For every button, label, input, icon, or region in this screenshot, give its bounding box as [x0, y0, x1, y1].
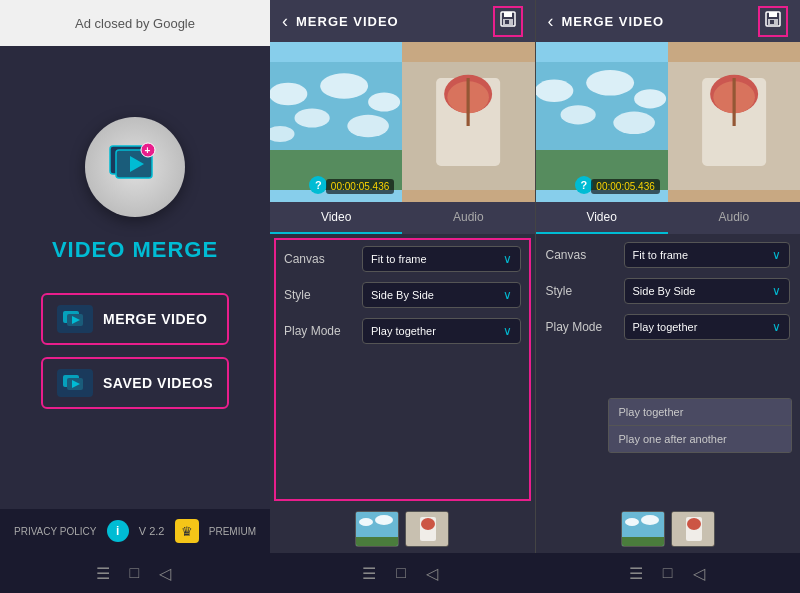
svg-point-20 — [347, 115, 389, 137]
svg-point-41 — [586, 70, 634, 96]
dropdown-item-play-sequential[interactable]: Play one after another — [609, 426, 792, 452]
settings-area-right: Canvas Fit to frame ∨ Style Side By Side… — [536, 234, 801, 505]
info-icon: i — [116, 524, 119, 538]
style-value-left: Side By Side — [371, 289, 434, 301]
info-badge[interactable]: i — [107, 520, 129, 542]
merge-video-button[interactable]: MERGE VIDEO — [41, 293, 229, 345]
video-clip-right-1: ? 00:00:05.436 — [536, 42, 668, 202]
style-select-left[interactable]: Side By Side ∨ — [362, 282, 521, 308]
help-icon-left[interactable]: ? — [309, 176, 327, 194]
video-clip-left-1: ? 00:00:05.436 — [270, 42, 402, 202]
dropdown-item-play-together[interactable]: Play together — [609, 399, 792, 426]
style-select-right[interactable]: Side By Side ∨ — [624, 278, 791, 304]
version-text: V 2.2 — [139, 525, 165, 537]
svg-point-53 — [641, 515, 659, 525]
bottom-nav: ☰ □ ◁ ☰ □ ◁ ☰ □ ◁ — [0, 553, 800, 593]
nav-square-2[interactable]: □ — [396, 564, 406, 582]
thumbnails-right — [536, 505, 801, 553]
svg-point-44 — [613, 112, 655, 134]
panel-header-left-group: ‹ MERGE VIDEO — [282, 11, 399, 32]
menu-buttons: MERGE VIDEO SAVED VIDEOS — [21, 293, 249, 409]
thumb-left-1[interactable] — [355, 511, 399, 547]
save-icon-left[interactable] — [493, 6, 523, 37]
panel-tabs-right: Video Audio — [536, 202, 801, 234]
saved-videos-icon — [57, 369, 93, 397]
premium-text: PREMIUM — [209, 526, 256, 537]
tab-video-left-label: Video — [321, 210, 351, 224]
svg-rect-14 — [505, 20, 509, 24]
nav-section-2: ☰ □ ◁ — [267, 564, 534, 583]
svg-rect-38 — [770, 20, 774, 24]
svg-point-30 — [375, 515, 393, 525]
privacy-policy-button[interactable]: PRIVACY POLICY — [14, 526, 96, 537]
nav-back-2[interactable]: ◁ — [426, 564, 438, 583]
tab-video-right[interactable]: Video — [536, 202, 668, 234]
merge-panel-left: ‹ MERGE VIDEO — [270, 0, 536, 553]
timestamp-right: 00:00:05.436 — [591, 179, 659, 194]
thumb-right-2[interactable] — [671, 511, 715, 547]
saved-videos-label: SAVED VIDEOS — [103, 375, 213, 391]
playmode-label-right: Play Mode — [546, 320, 618, 334]
style-row-right: Style Side By Side ∨ — [546, 278, 791, 304]
nav-square-3[interactable]: □ — [663, 564, 673, 582]
crown-icon: ♛ — [181, 524, 193, 539]
svg-rect-12 — [504, 12, 512, 17]
playmode-label-left: Play Mode — [284, 324, 356, 338]
nav-section-3: ☰ □ ◁ — [533, 564, 800, 583]
back-arrow-left[interactable]: ‹ — [282, 11, 288, 32]
ad-banner: Ad closed by Google — [0, 0, 270, 46]
svg-point-17 — [320, 73, 368, 99]
nav-hamburger-3[interactable]: ☰ — [629, 564, 643, 583]
right-panel: ‹ MERGE VIDEO — [270, 0, 800, 553]
playmode-select-right[interactable]: Play together ∨ — [624, 314, 791, 340]
tab-audio-right-label: Audio — [719, 210, 750, 224]
playmode-value-right: Play together — [633, 321, 698, 333]
playmode-select-left[interactable]: Play together ∨ — [362, 318, 521, 344]
merge-video-icon — [57, 305, 93, 333]
nav-hamburger-1[interactable]: ☰ — [96, 564, 110, 583]
left-panel: Ad closed by Google + VIDEO MERGE — [0, 0, 270, 553]
svg-point-18 — [368, 92, 400, 111]
playmode-arrow-right: ∨ — [772, 320, 781, 334]
back-arrow-right[interactable]: ‹ — [548, 11, 554, 32]
style-value-right: Side By Side — [633, 285, 696, 297]
playmode-row-right: Play Mode Play together ∨ — [546, 314, 791, 340]
canvas-select-left[interactable]: Fit to frame ∨ — [362, 246, 521, 272]
video-clip-left-2 — [402, 42, 534, 202]
canvas-value-left: Fit to frame — [371, 253, 427, 265]
svg-point-42 — [634, 89, 666, 108]
app-logo: + — [85, 117, 185, 217]
app-logo-area: + VIDEO MERGE MERGE VIDEO — [1, 46, 269, 509]
tab-video-left[interactable]: Video — [270, 202, 402, 234]
nav-section-1: ☰ □ ◁ — [0, 564, 267, 583]
left-footer: PRIVACY POLICY i V 2.2 ♛ PREMIUM — [0, 509, 270, 553]
canvas-value-right: Fit to frame — [633, 249, 689, 261]
help-icon-right[interactable]: ? — [575, 176, 593, 194]
style-arrow-left: ∨ — [503, 288, 512, 302]
tab-audio-right[interactable]: Audio — [668, 202, 800, 234]
nav-back-3[interactable]: ◁ — [693, 564, 705, 583]
svg-point-57 — [687, 518, 701, 530]
thumb-right-1[interactable] — [621, 511, 665, 547]
video-preview-right: ? 00:00:05.436 — [536, 42, 801, 202]
playmode-value-left: Play together — [371, 325, 436, 337]
canvas-label-right: Canvas — [546, 248, 618, 262]
nav-hamburger-2[interactable]: ☰ — [362, 564, 376, 583]
svg-point-43 — [560, 105, 595, 124]
nav-back-1[interactable]: ◁ — [159, 564, 171, 583]
svg-rect-31 — [356, 537, 399, 547]
svg-point-29 — [359, 518, 373, 526]
video-clip-right-2 — [668, 42, 800, 202]
thumb-left-2[interactable] — [405, 511, 449, 547]
ad-text: Ad closed by Google — [75, 16, 195, 31]
nav-square-1[interactable]: □ — [130, 564, 140, 582]
save-icon-right[interactable] — [758, 6, 788, 37]
panel-title-right: MERGE VIDEO — [562, 14, 665, 29]
video-preview-left: ? 00:00:05.436 — [270, 42, 535, 202]
panel-header-left: ‹ MERGE VIDEO — [270, 0, 535, 42]
canvas-select-right[interactable]: Fit to frame ∨ — [624, 242, 791, 268]
tab-audio-left[interactable]: Audio — [402, 202, 534, 234]
svg-point-16 — [270, 83, 307, 105]
merge-video-label: MERGE VIDEO — [103, 311, 207, 327]
saved-videos-button[interactable]: SAVED VIDEOS — [41, 357, 229, 409]
